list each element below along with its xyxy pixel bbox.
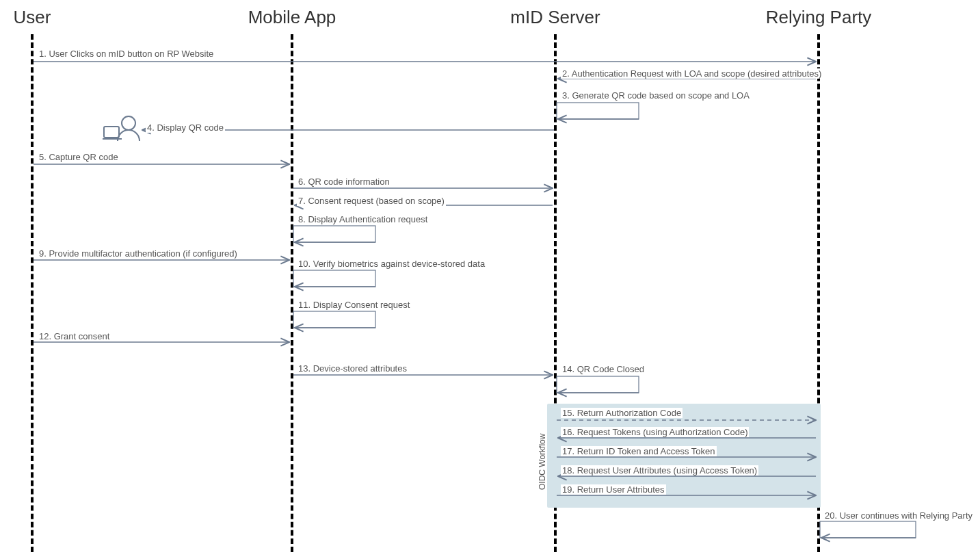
msg-8: 8. Display Authentication request (297, 214, 429, 224)
msg-17: 17. Return ID Token and Access Token (561, 446, 717, 456)
msg-16: 16. Request Tokens (using Authorization … (561, 427, 749, 437)
msg-2: 2. Authentication Request with LOA and s… (561, 68, 823, 79)
svg-rect-20 (557, 376, 639, 393)
msg-20: 20. User continues with Relying Party (823, 510, 974, 521)
svg-rect-27 (820, 521, 916, 538)
msg-13: 13. Device-stored attributes (297, 363, 408, 374)
msg-12: 12. Grant consent (38, 331, 111, 341)
msg-5: 5. Capture QR code (38, 152, 120, 162)
msg-1: 1. User Clicks on mID button on RP Websi… (38, 49, 215, 59)
msg-19: 19. Return User Attributes (561, 484, 666, 495)
svg-rect-6 (104, 127, 119, 138)
msg-6: 6. QR code information (297, 177, 391, 187)
svg-rect-2 (557, 103, 639, 119)
msg-7: 7. Consent request (based on scope) (297, 196, 446, 206)
svg-rect-16 (293, 311, 375, 328)
msg-10: 10. Verify biometrics against device-sto… (297, 259, 486, 269)
svg-point-5 (122, 116, 135, 130)
msg-15: 15. Return Authorization Code (561, 408, 683, 418)
svg-rect-14 (293, 270, 375, 287)
msg-14: 14. QR Code Closed (561, 364, 646, 374)
msg-18: 18. Request User Attributes (using Acces… (561, 465, 758, 476)
msg-4: 4. Display QR code (146, 122, 225, 133)
arrows-layer (0, 0, 980, 559)
msg-3: 3. Generate QR code based on scope and L… (561, 90, 751, 101)
msg-9: 9. Provide multifactor authentication (i… (38, 248, 239, 259)
msg-11: 11. Display Consent request (297, 300, 411, 310)
sequence-diagram: User Mobile App mID Server Relying Party… (0, 0, 980, 559)
svg-rect-11 (293, 226, 375, 242)
